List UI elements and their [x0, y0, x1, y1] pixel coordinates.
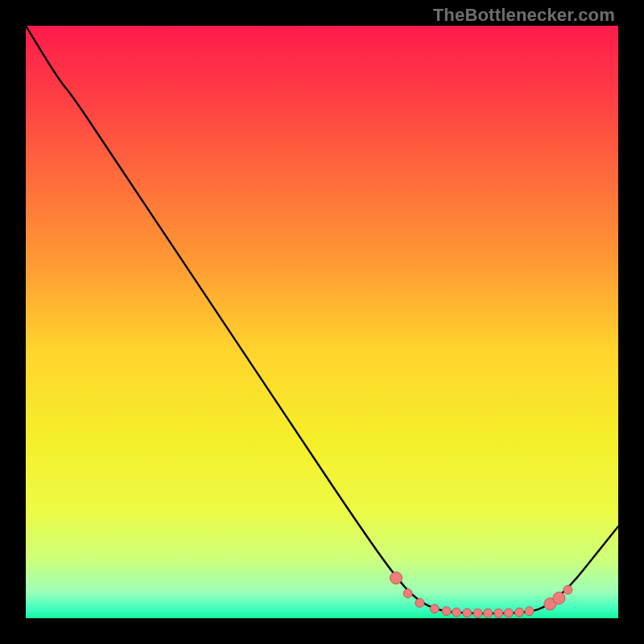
- data-markers: [26, 26, 618, 618]
- chart-figure: TheBottlenecker.com: [0, 0, 644, 644]
- watermark-text: TheBottlenecker.com: [433, 5, 615, 26]
- plot-area: [26, 26, 618, 618]
